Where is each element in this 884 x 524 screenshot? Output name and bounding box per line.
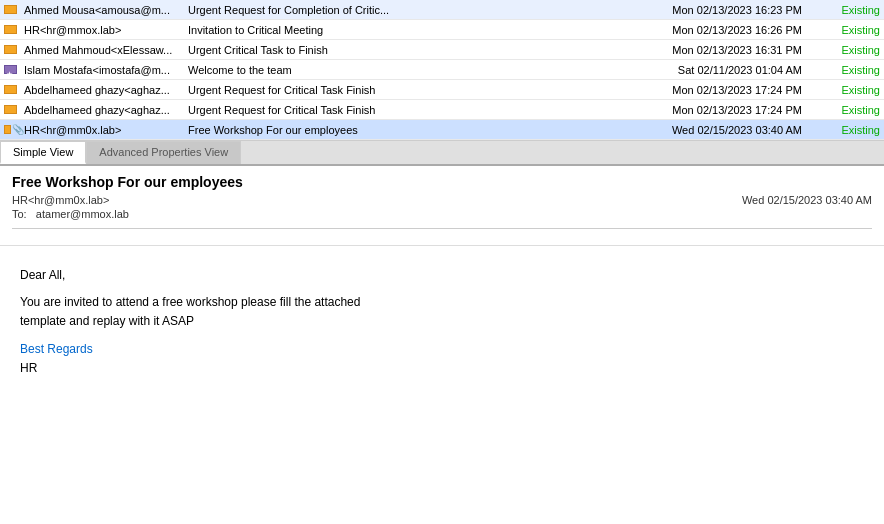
email-icon <box>4 45 24 54</box>
envelope-orange-icon <box>4 45 17 54</box>
message-to: To: atamer@mmox.lab <box>12 208 129 220</box>
email-subject: Urgent Request for Critical Task Finish <box>184 104 655 116</box>
email-icon <box>4 105 24 114</box>
email-status: Existing <box>810 104 880 116</box>
email-row[interactable]: Ahmed Mahmoud<xElessaw...Urgent Critical… <box>0 40 884 60</box>
tab-advanced-label: Advanced Properties View <box>99 146 228 158</box>
email-row[interactable]: Ahmed Mousa<amousa@m...Urgent Request fo… <box>0 0 884 20</box>
tab-simple-label: Simple View <box>13 146 73 158</box>
email-date: Mon 02/13/2023 16:26 PM <box>655 24 810 36</box>
body-template: template and replay with it ASAP <box>20 312 864 331</box>
email-status: Existing <box>810 124 880 136</box>
main-layout: Ahmed Mousa<amousa@m...Urgent Request fo… <box>0 0 884 524</box>
email-list-panel: Ahmed Mousa<amousa@m...Urgent Request fo… <box>0 0 884 141</box>
email-subject: Urgent Request for Critical Task Finish <box>184 84 655 96</box>
email-status: Existing <box>810 44 880 56</box>
to-label: To: <box>12 208 27 220</box>
email-subject: Free Workshop For our employees <box>184 124 655 136</box>
email-date: Sat 02/11/2023 01:04 AM <box>655 64 810 76</box>
message-subject: Free Workshop For our employees <box>12 174 872 190</box>
envelope-special-icon: ★ <box>4 65 17 74</box>
email-icon: 📎 <box>4 124 24 135</box>
email-sender: Ahmed Mousa<amousa@m... <box>24 4 184 16</box>
email-sender: Islam Mostafa<imostafa@m... <box>24 64 184 76</box>
email-row[interactable]: ★Islam Mostafa<imostafa@m...Welcome to t… <box>0 60 884 80</box>
envelope-orange-icon <box>4 25 17 34</box>
message-body: Dear All, You are invited to attend a fr… <box>0 246 884 524</box>
email-sender: Abdelhameed ghazy<aghaz... <box>24 104 184 116</box>
email-status: Existing <box>810 64 880 76</box>
email-date: Mon 02/13/2023 17:24 PM <box>655 84 810 96</box>
message-from-to: HR<hr@mm0x.lab> To: atamer@mmox.lab <box>12 194 129 220</box>
message-meta: HR<hr@mm0x.lab> To: atamer@mmox.lab Wed … <box>12 194 872 220</box>
email-subject: Urgent Critical Task to Finish <box>184 44 655 56</box>
email-status: Existing <box>810 24 880 36</box>
body-regards-link[interactable]: Best Regards <box>20 342 93 356</box>
envelope-orange-icon <box>4 85 17 94</box>
tab-simple-view[interactable]: Simple View <box>0 141 86 164</box>
to-address: atamer@mmox.lab <box>36 208 129 220</box>
message-from: HR<hr@mm0x.lab> <box>12 194 129 206</box>
message-divider <box>12 228 872 229</box>
message-header: Free Workshop For our employees HR<hr@mm… <box>0 166 884 246</box>
body-invitation: You are invited to attend a free worksho… <box>20 293 864 312</box>
email-list: Ahmed Mousa<amousa@m...Urgent Request fo… <box>0 0 884 141</box>
email-sender: Abdelhameed ghazy<aghaz... <box>24 84 184 96</box>
email-status: Existing <box>810 4 880 16</box>
email-icon <box>4 85 24 94</box>
attachment-icon: 📎 <box>12 124 24 135</box>
email-subject: Welcome to the team <box>184 64 655 76</box>
tab-advanced-view[interactable]: Advanced Properties View <box>86 141 241 164</box>
tabs-bar: Simple View Advanced Properties View <box>0 141 884 166</box>
message-datetime: Wed 02/15/2023 03:40 AM <box>742 194 872 206</box>
email-sender: HR<hr@mm0x.lab> <box>24 124 184 136</box>
email-icon <box>4 5 24 14</box>
email-row[interactable]: HR<hr@mmox.lab>Invitation to Critical Me… <box>0 20 884 40</box>
envelope-orange-icon <box>4 5 17 14</box>
envelope-icon <box>4 125 11 134</box>
body-signature: HR <box>20 359 864 378</box>
email-row[interactable]: Abdelhameed ghazy<aghaz...Urgent Request… <box>0 80 884 100</box>
email-subject: Invitation to Critical Meeting <box>184 24 655 36</box>
email-date: Mon 02/13/2023 16:23 PM <box>655 4 810 16</box>
email-date: Mon 02/13/2023 17:24 PM <box>655 104 810 116</box>
message-body-inner: Dear All, You are invited to attend a fr… <box>12 258 872 386</box>
email-date: Mon 02/13/2023 16:31 PM <box>655 44 810 56</box>
body-regards: Best Regards <box>20 340 864 359</box>
email-status: Existing <box>810 84 880 96</box>
envelope-orange-icon <box>4 105 17 114</box>
email-row[interactable]: Abdelhameed ghazy<aghaz...Urgent Request… <box>0 100 884 120</box>
email-icon: ★ <box>4 65 24 74</box>
email-date: Wed 02/15/2023 03:40 AM <box>655 124 810 136</box>
email-icon <box>4 25 24 34</box>
body-dear: Dear All, <box>20 266 864 285</box>
email-row[interactable]: 📎HR<hr@mm0x.lab>Free Workshop For our em… <box>0 120 884 140</box>
email-sender: HR<hr@mmox.lab> <box>24 24 184 36</box>
email-subject: Urgent Request for Completion of Critic.… <box>184 4 655 16</box>
email-sender: Ahmed Mahmoud<xElessaw... <box>24 44 184 56</box>
preview-panel: Simple View Advanced Properties View Fre… <box>0 141 884 524</box>
